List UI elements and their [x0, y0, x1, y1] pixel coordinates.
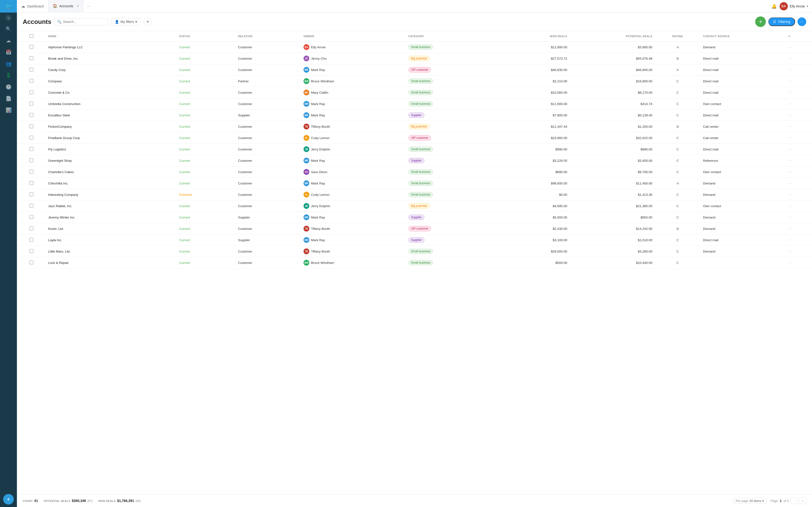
row-checkbox-3[interactable] [30, 79, 33, 83]
sidebar-item-documents[interactable]: 📄 [3, 93, 14, 104]
search-box[interactable]: 🔍 [54, 18, 108, 25]
account-name-cell[interactable]: Umbrella Construction [46, 98, 176, 110]
more-options-button[interactable]: ··· [798, 17, 806, 26]
row-checkbox-19[interactable] [30, 261, 33, 264]
col-status-header[interactable]: STATUS [176, 31, 236, 42]
tab-accounts[interactable]: 🏠 Accounts ✕ [48, 0, 84, 12]
col-owner-header[interactable]: OWNER [301, 31, 406, 42]
row-actions-icon[interactable]: ··· [788, 124, 792, 128]
row-actions-icon[interactable]: ··· [788, 90, 792, 95]
edit-columns-icon[interactable]: ✏ [788, 35, 791, 38]
row-actions-icon[interactable]: ··· [788, 158, 792, 163]
row-actions-icon[interactable]: ··· [788, 215, 792, 219]
row-checkbox-2[interactable] [30, 68, 33, 71]
owner-cell: BW Bruce Windham [301, 75, 406, 87]
account-name-cell[interactable]: Compass [46, 75, 176, 87]
account-name-cell[interactable]: Layla Inc. [46, 234, 176, 246]
row-checkbox-10[interactable] [30, 158, 33, 162]
account-name-cell[interactable]: Excalibur Steel [46, 110, 176, 121]
row-actions-icon[interactable]: ··· [788, 136, 792, 140]
row-checkbox-18[interactable] [30, 249, 33, 253]
won-value: $1,766,391 [117, 499, 134, 503]
add-small-button[interactable]: + [144, 18, 152, 26]
status-badge: Current [179, 216, 190, 219]
row-actions-icon[interactable]: ··· [788, 261, 792, 265]
col-name-header[interactable]: NAME ↑ [46, 31, 176, 42]
row-actions-icon[interactable]: ··· [788, 147, 792, 151]
sidebar-item-deals[interactable]: 💲 [3, 70, 14, 80]
tab-more-button[interactable]: ··· [84, 0, 94, 12]
per-page-select[interactable]: Per page 20 items ▾ [733, 498, 767, 504]
row-actions-icon[interactable]: ··· [788, 45, 792, 49]
account-name-cell[interactable]: Break and Drive, Inc. [46, 53, 176, 64]
row-checkbox-7[interactable] [30, 124, 33, 128]
account-name-cell[interactable]: Charlotte's Cakes [46, 166, 176, 178]
add-green-button[interactable]: + [755, 16, 766, 27]
account-name-cell[interactable]: Fly Logistics [46, 144, 176, 155]
row-actions-icon[interactable]: ··· [788, 192, 792, 196]
sidebar-item-search[interactable]: 🔍 [3, 24, 14, 34]
account-name-cell[interactable]: Lock & Repair [46, 257, 176, 269]
row-actions-icon[interactable]: ··· [788, 181, 792, 185]
row-actions-icon[interactable]: ··· [788, 170, 792, 174]
row-actions-icon[interactable]: ··· [788, 226, 792, 231]
account-name-cell[interactable]: Little Mars, Ltd. [46, 246, 176, 257]
row-checkbox-13[interactable] [30, 192, 33, 196]
sidebar-item-reports[interactable]: 📊 [3, 105, 14, 115]
account-name-cell[interactable]: Jazz Rabbit, Inc. [46, 201, 176, 212]
sidebar-toggle[interactable]: › [6, 15, 11, 21]
row-checkbox-14[interactable] [30, 204, 33, 208]
account-name-cell[interactable]: Alphonse Paintings LLC [46, 42, 176, 53]
account-name-cell[interactable]: Jeremy Winter Inc. [46, 212, 176, 223]
filtering-button[interactable]: ☰ Filtering [768, 17, 795, 26]
account-name-cell[interactable]: Candy Corp [46, 64, 176, 75]
col-category-header[interactable]: CATEGORY [406, 31, 498, 42]
row-checkbox-1[interactable] [30, 56, 33, 60]
prev-page-button[interactable]: ‹ [791, 497, 798, 504]
select-all-checkbox[interactable] [30, 34, 33, 38]
sidebar-add-button[interactable]: + [3, 494, 14, 505]
row-checkbox-6[interactable] [30, 113, 33, 117]
search-input[interactable] [63, 20, 105, 24]
account-name-cell[interactable]: Chinchilla Inc. [46, 178, 176, 189]
my-filters-button[interactable]: 👤 My filters ▾ [111, 18, 141, 25]
tab-close-icon[interactable]: ✕ [77, 4, 79, 8]
row-checkbox-4[interactable] [30, 90, 33, 94]
next-page-button[interactable]: › [800, 497, 806, 504]
row-actions-icon[interactable]: ··· [788, 238, 792, 242]
row-actions-icon[interactable]: ··· [788, 102, 792, 106]
row-actions-icon[interactable]: ··· [788, 56, 792, 60]
row-checkbox-9[interactable] [30, 147, 33, 151]
notification-icon[interactable]: 🔔 [771, 4, 777, 9]
sidebar-item-history[interactable]: 🕐 [3, 81, 14, 92]
row-actions-icon[interactable]: ··· [788, 113, 792, 117]
col-won-header[interactable]: WON DEALS [498, 31, 570, 42]
account-name-cell[interactable]: Concrete & Co [46, 87, 176, 98]
row-checkbox-17[interactable] [30, 238, 33, 242]
col-relation-header[interactable]: RELATION [236, 31, 301, 42]
col-contact-header[interactable]: CONTACT SOURCE [701, 31, 785, 42]
row-checkbox-15[interactable] [30, 215, 33, 219]
sidebar-item-cloud[interactable]: ☁ [3, 35, 14, 46]
account-name-cell[interactable]: FineBank Group Corp [46, 132, 176, 144]
tab-dashboard[interactable]: ☁ Dashboard [17, 0, 48, 12]
row-actions-icon[interactable]: ··· [788, 249, 792, 253]
user-area[interactable]: EA Elly Arrow ▾ [779, 2, 808, 10]
row-checkbox-0[interactable] [30, 45, 33, 49]
row-checkbox-11[interactable] [30, 170, 33, 174]
sidebar-item-calendar[interactable]: 📅 [3, 47, 14, 57]
col-rating-header[interactable]: RATING [655, 31, 701, 42]
account-name-cell[interactable]: Kover, Ltd. [46, 223, 176, 234]
account-name-cell[interactable]: FictionCompany [46, 121, 176, 132]
account-name-cell[interactable]: Interesting Company [46, 189, 176, 201]
sidebar-item-contacts[interactable]: 👥 [3, 58, 14, 69]
row-checkbox-8[interactable] [30, 136, 33, 139]
row-actions-icon[interactable]: ··· [788, 79, 792, 83]
row-checkbox-16[interactable] [30, 226, 33, 230]
row-actions-icon[interactable]: ··· [788, 68, 792, 72]
row-checkbox-12[interactable] [30, 181, 33, 185]
account-name-cell[interactable]: Greenlight Shop [46, 155, 176, 166]
row-checkbox-5[interactable] [30, 102, 33, 106]
col-potential-header[interactable]: POTENTIAL DEALS [570, 31, 655, 42]
row-actions-icon[interactable]: ··· [788, 204, 792, 208]
